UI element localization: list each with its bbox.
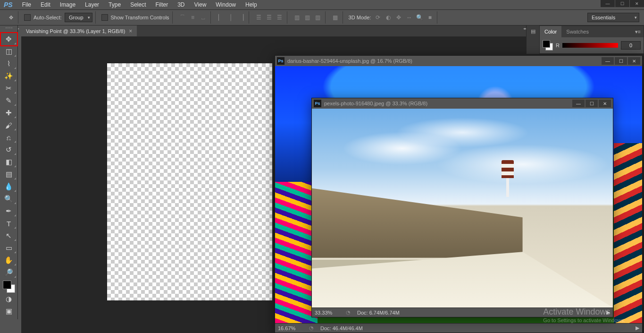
r-slider[interactable]	[562, 43, 618, 48]
hand-tool[interactable]: ✋	[1, 254, 17, 266]
auto-select-checkbox[interactable]	[24, 14, 31, 21]
dist-top-icon[interactable]: ☰	[255, 13, 263, 22]
screen-mode-tool[interactable]: ▣	[1, 305, 17, 317]
window-restore-icon[interactable]: ☐	[615, 0, 629, 7]
threeD-group: 3D Mode: ⟳ ◐ ✥ ↔ 🔍 ■	[346, 11, 438, 24]
history-panel-icon[interactable]: ▤	[531, 28, 535, 34]
dist-hcenter-icon[interactable]: ▥	[303, 13, 312, 22]
option-bar: ✥ Auto-Select: Group Show Transform Cont…	[0, 9, 644, 26]
lasso-tool[interactable]: ⌇	[1, 58, 17, 70]
float2-play-icon[interactable]: ▶	[606, 309, 610, 316]
3d-zoom-icon[interactable]: 🔍	[415, 13, 424, 22]
float2-titlebar[interactable]: Ps pexels-photo-916480.jpeg @ 33.3% (RGB…	[312, 98, 613, 109]
stamp-tool[interactable]: ⎌	[1, 131, 17, 144]
channel-r-label: R	[556, 43, 560, 48]
gradient-tool[interactable]: ▤	[1, 168, 17, 180]
float1-titlebar[interactable]: Ps darius-bashar-529464-unsplash.jpg @ 1…	[275, 56, 642, 66]
dist-vcenter-icon[interactable]: ☰	[265, 13, 274, 22]
menu-view[interactable]: View	[190, 1, 211, 8]
color-swatch[interactable]	[3, 281, 15, 293]
menu-type[interactable]: Type	[104, 1, 125, 8]
auto-align-icon[interactable]: ▦	[331, 13, 340, 22]
align-group-1: ⎴ ≡ ⎵	[176, 11, 211, 24]
app-logo: PS	[2, 1, 17, 9]
eyedropper-tool[interactable]: ✎	[1, 94, 17, 107]
float1-info-icon[interactable]: ◔	[309, 325, 314, 331]
transparent-canvas[interactable]	[107, 63, 272, 300]
path-tool[interactable]: ↖	[1, 230, 17, 242]
3d-slide-icon[interactable]: ↔	[405, 13, 413, 22]
menu-help[interactable]: Help	[241, 1, 262, 8]
menu-select[interactable]: Select	[125, 1, 151, 8]
float1-close-icon[interactable]: ✕	[628, 57, 640, 65]
pen-tool[interactable]: ✒	[1, 205, 17, 217]
align-vcenter-icon[interactable]: ≡	[189, 13, 197, 22]
move-tool[interactable]: ✥	[1, 33, 17, 45]
float2-minimize-icon[interactable]: —	[572, 100, 585, 107]
float2-maximize-icon[interactable]: ☐	[585, 100, 598, 107]
shape-tool[interactable]: ▭	[1, 242, 17, 254]
float1-play-icon[interactable]: ▶	[636, 325, 639, 331]
menu-file[interactable]: File	[17, 1, 36, 8]
align-left-icon[interactable]: ▏	[217, 13, 225, 22]
show-transform-checkbox[interactable]	[101, 14, 108, 21]
blur-tool[interactable]: 💧	[1, 180, 17, 193]
document-tab[interactable]: Vanishing Point @ 33.3% (Layer 1, RGB/8)…	[21, 26, 137, 36]
zoom-tool[interactable]: 🔎	[1, 266, 17, 279]
window-minimize-icon[interactable]: —	[601, 0, 615, 7]
align-top-icon[interactable]: ⎴	[178, 13, 187, 22]
float2-close-icon[interactable]: ✕	[599, 100, 611, 107]
menu-window[interactable]: Window	[211, 1, 241, 8]
move-tool-icon: ✥	[7, 13, 15, 22]
align-group-2: ▏ │ ▕	[214, 11, 249, 24]
float1-maximize-icon[interactable]: ☐	[615, 57, 627, 65]
menu-3d[interactable]: 3D	[173, 1, 189, 8]
dist-left-icon[interactable]: ▥	[293, 13, 301, 22]
auto-align-group: ▦	[328, 11, 343, 24]
menu-filter[interactable]: Filter	[151, 1, 173, 8]
dist-right-icon[interactable]: ▥	[314, 13, 322, 22]
align-bottom-icon[interactable]: ⎵	[199, 13, 208, 22]
panel-color-swatch[interactable]	[543, 40, 553, 51]
float2-info-icon[interactable]: ◔	[346, 309, 351, 316]
auto-select-dropdown[interactable]: Group	[65, 13, 92, 22]
3d-pan-icon[interactable]: ✥	[394, 13, 403, 22]
distribute-group-1: ☰ ☰ ☰	[252, 11, 287, 24]
workspace-dropdown[interactable]: Essentials	[587, 13, 639, 22]
heal-tool[interactable]: ✚	[1, 107, 17, 119]
float2-zoom[interactable]: 33.33%	[315, 310, 339, 316]
menu-image[interactable]: Image	[55, 1, 80, 8]
3d-camera-icon[interactable]: ■	[426, 13, 434, 22]
tab-close-icon[interactable]: ×	[129, 28, 132, 34]
float2-image[interactable]	[312, 109, 613, 307]
float1-zoom[interactable]: 16.67%	[278, 325, 302, 331]
quick-mask-tool[interactable]: ◑	[1, 293, 17, 305]
3d-roll-icon[interactable]: ◐	[384, 13, 393, 22]
wand-tool[interactable]: ✨	[1, 70, 17, 82]
swatches-tab[interactable]: Swatches	[561, 26, 594, 37]
float-window-pexels[interactable]: Ps pexels-photo-916480.jpeg @ 33.3% (RGB…	[311, 98, 613, 317]
float1-statusbar: 16.67% ◔ Doc: 46.4M/46.4M ▶	[275, 323, 642, 333]
color-tab[interactable]: Color	[540, 26, 561, 37]
crop-tool[interactable]: ✂	[1, 82, 17, 94]
type-tool[interactable]: T	[1, 217, 17, 230]
r-value-input[interactable]: 0	[621, 41, 641, 50]
panel-menu-icon[interactable]: ▾≡	[635, 29, 644, 35]
brush-tool[interactable]: 🖌	[1, 119, 17, 131]
marquee-tool[interactable]: ◫	[1, 45, 17, 58]
menu-edit[interactable]: Edit	[36, 1, 55, 8]
history-brush-tool[interactable]: ↺	[1, 144, 17, 156]
dist-bottom-icon[interactable]: ☰	[276, 13, 284, 22]
eraser-tool[interactable]: ◧	[1, 156, 17, 168]
menu-layer[interactable]: Layer	[80, 1, 104, 8]
window-close-icon[interactable]: ✕	[630, 0, 644, 7]
float1-minimize-icon[interactable]: —	[602, 57, 614, 65]
align-hcenter-icon[interactable]: │	[227, 13, 235, 22]
color-panel: Color Swatches ▾≡ R 0	[539, 26, 644, 54]
dodge-tool[interactable]: 🔍	[1, 193, 17, 205]
align-right-icon[interactable]: ▕	[237, 13, 246, 22]
3d-orbit-icon[interactable]: ⟳	[374, 13, 382, 22]
panel-grip-icon[interactable]	[2, 27, 16, 31]
ps-badge-icon: Ps	[277, 57, 284, 65]
distribute-group-2: ▥ ▥ ▥	[290, 11, 326, 24]
